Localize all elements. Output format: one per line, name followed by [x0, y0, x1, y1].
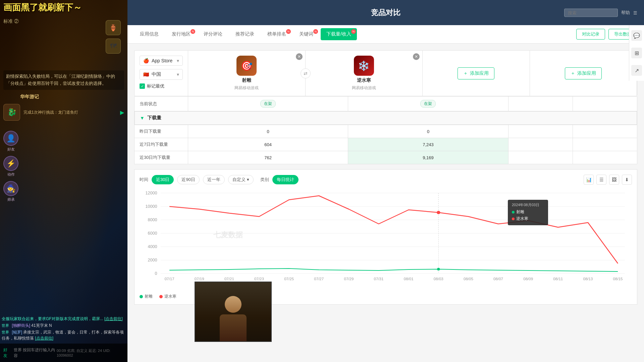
- tab-downloads-badge: N: [351, 29, 356, 34]
- tab-ranking-badge: N: [286, 29, 291, 34]
- content-area: 🍎 App Store ▾ 🇨🇳 中国 ▾ ✓ 标记最优 ✕ 🎯: [127, 44, 644, 311]
- mark-best-row[interactable]: ✓ 标记最优: [140, 83, 183, 89]
- downloads-section-header: ▼ 下载量: [135, 111, 637, 125]
- legend-dot-app1: [140, 295, 143, 298]
- legend-item-1: 射雕: [140, 294, 153, 299]
- section-label: 下载量: [147, 115, 161, 121]
- chart-list-icon-btn[interactable]: ☰: [596, 175, 606, 185]
- app2-swap-button[interactable]: ⇄: [301, 68, 311, 78]
- region-label: 中国: [152, 71, 161, 77]
- tab-reviews[interactable]: 评分评论: [198, 28, 228, 40]
- chart-icon-buttons: 📊 ☰ 🖼 ⬇: [584, 175, 632, 185]
- svg-text:07/17: 07/17: [165, 277, 174, 281]
- help-button[interactable]: 帮助: [621, 10, 630, 16]
- section-arrow-icon: ▼: [140, 115, 145, 121]
- webcam-overlay: [195, 282, 272, 342]
- legend-label-app2: 逆水寒: [164, 294, 176, 299]
- game-nav-friends[interactable]: 👤 好友: [3, 131, 18, 152]
- add-app-plus-icon-2: ＋: [571, 70, 575, 76]
- game-task-arrow[interactable]: ▶: [120, 109, 124, 116]
- svg-text:07/25: 07/25: [284, 277, 294, 281]
- region-flag: 🇨🇳: [143, 72, 149, 77]
- time-btn-90d[interactable]: 近90日: [177, 175, 199, 184]
- svg-text:08/09: 08/09: [523, 277, 533, 281]
- legend-label-app1: 射雕: [145, 294, 153, 299]
- tab-downloads[interactable]: 下载量/收入 N: [321, 28, 357, 40]
- yesterday-label: 昨日下载量: [135, 125, 188, 138]
- game-nav-actions[interactable]: ⚡ 动作: [3, 156, 18, 177]
- tab-region-badge: N: [191, 29, 195, 34]
- svg-point-32: [437, 268, 440, 270]
- app-col-1: ✕ 🎯 射雕 网易移动游戏: [188, 51, 306, 96]
- tab-region[interactable]: 发行地区 N: [166, 28, 196, 40]
- add-app-plus-icon-1: ＋: [463, 70, 468, 76]
- header-search-input[interactable]: [564, 8, 618, 17]
- right-sidebar: 💬 ⊞ ↗: [629, 25, 644, 81]
- svg-text:08/15: 08/15: [613, 277, 623, 281]
- store-icon: 🍎: [143, 58, 149, 63]
- empty-month-2: [573, 151, 637, 164]
- svg-point-31: [437, 211, 440, 214]
- game-nav-column: 👤 好友 ⚡ 动作 🧙 师承: [3, 131, 18, 202]
- game-icon-crafting[interactable]: 🏺: [106, 20, 121, 35]
- svg-text:07/19: 07/19: [195, 277, 204, 281]
- chat-line-3: 世界 [鲲罗] 承接文宗，武宗，牧道，宴会，日常，打本，探索等各项任务，私聊悦惜…: [2, 329, 126, 341]
- add-app-button-1[interactable]: ＋ 添加应用: [458, 67, 494, 79]
- time-btn-1y[interactable]: 近一年: [203, 175, 225, 184]
- custom-chevron-icon: ▾: [247, 177, 249, 182]
- month-avg-label: 近30日均下载量: [135, 151, 188, 164]
- game-icon-map[interactable]: 🗺: [106, 39, 121, 54]
- header-menu-button[interactable]: ☰: [633, 10, 637, 15]
- app2-month-avg: 9,169: [348, 151, 508, 164]
- game-story-text: 剧情探索陷入失败结局，可以在「江湖纪剧情脉络」中的「分歧点」处使用百转千回，尝试…: [3, 70, 124, 90]
- time-btn-custom[interactable]: 自定义 ▾: [228, 175, 254, 184]
- svg-text:07/29: 07/29: [344, 277, 354, 281]
- sidebar-chat-btn[interactable]: 💬: [631, 30, 642, 41]
- empty-week-2: [573, 138, 637, 151]
- svg-text:08/07: 08/07: [493, 277, 503, 281]
- app1-status-badge: 在架: [260, 100, 276, 108]
- app-col-2: ✕ ⇄ ❄️ 逆水寒 网易移动游戏: [306, 51, 423, 96]
- dashboard-header: 竞品对比 帮助 ☰: [127, 0, 644, 25]
- svg-text:07/31: 07/31: [374, 277, 384, 281]
- game-input-hint: 世界 按回车进行输入内容: [14, 347, 57, 359]
- svg-text:6000: 6000: [148, 231, 157, 236]
- webcam-video: [195, 282, 271, 341]
- type-btn-daily[interactable]: 每日统计: [272, 175, 299, 184]
- header-right: 帮助 ☰: [564, 8, 637, 17]
- sidebar-grid-btn[interactable]: ⊞: [631, 48, 642, 58]
- add-status-cell-2: [573, 97, 637, 111]
- add-app-col-2: ＋ 添加应用: [530, 51, 637, 96]
- store-selector[interactable]: 🍎 App Store ▾: [140, 56, 183, 66]
- tab-app-info[interactable]: 应用信息: [134, 28, 164, 40]
- chat-speaker-1: 全服玩家联合起来，要求GF对新版本完成度说明，霸屏...: [2, 316, 103, 321]
- chart-controls: 时间 近30日 近90日 近一年 自定义 ▾ 类别 每日统计 📊 ☰ 🖼 ⬇: [140, 175, 632, 185]
- app2-week-avg: 7,243: [348, 138, 508, 151]
- game-nav-master[interactable]: 🧙 师承: [3, 181, 18, 202]
- mark-best-checkbox[interactable]: ✓: [140, 83, 145, 89]
- app2-close-button[interactable]: ✕: [413, 53, 420, 60]
- tab-keywords[interactable]: 关键词 N: [293, 28, 319, 40]
- region-selector[interactable]: 🇨🇳 中国 ▾: [140, 69, 183, 80]
- svg-text:07/23: 07/23: [254, 277, 264, 281]
- app1-close-button[interactable]: ✕: [296, 53, 303, 60]
- app1-icon: 🎯: [236, 56, 257, 76]
- chart-bar-icon-btn[interactable]: 📊: [584, 175, 594, 185]
- game-task-icon[interactable]: 🐉: [3, 104, 20, 121]
- type-label: 类别: [260, 177, 269, 183]
- tab-navigation: 应用信息 发行地区 N 评分评论 推荐记录 榜单排名 N 关键词 N 下载量/收…: [127, 25, 644, 44]
- app2-yesterday: 0: [348, 125, 508, 138]
- section-header-row: ▼ 下载量: [135, 111, 637, 125]
- compare-records-button[interactable]: 对比记录: [576, 29, 605, 40]
- svg-text:08/13: 08/13: [583, 277, 593, 281]
- tab-ranking[interactable]: 榜单排名 N: [262, 28, 292, 40]
- add-app-button-2[interactable]: ＋ 添加应用: [565, 67, 602, 79]
- chart-image-icon-btn[interactable]: 🖼: [609, 175, 619, 185]
- time-btn-30d[interactable]: 近30日: [152, 175, 174, 184]
- app2-status-badge: 在架: [420, 100, 436, 108]
- app2-company: 网易移动游戏: [352, 85, 376, 91]
- chart-download-icon-btn[interactable]: ⬇: [622, 175, 632, 185]
- svg-text:4000: 4000: [148, 244, 157, 249]
- tab-recommend[interactable]: 推荐记录: [230, 28, 260, 40]
- sidebar-share-btn[interactable]: ↗: [631, 65, 642, 76]
